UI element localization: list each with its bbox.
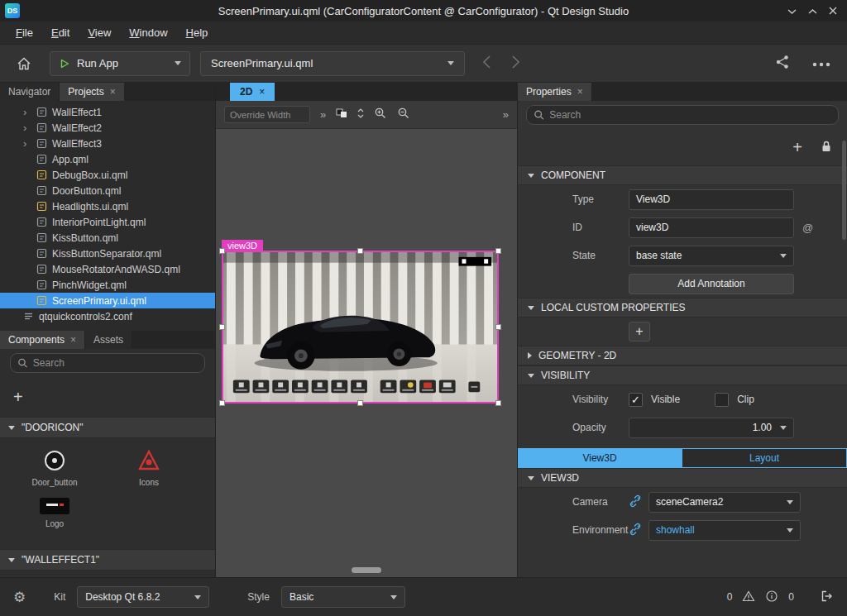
vertical-scrollbar[interactable] (842, 141, 846, 240)
opacity-spinbox[interactable]: 1.00 (629, 418, 794, 438)
info-icon[interactable] (765, 590, 778, 605)
subtab-layout[interactable]: Layout (682, 448, 847, 468)
add-custom-property-button[interactable]: + (629, 322, 650, 341)
tab-properties[interactable]: Properties × (518, 83, 592, 101)
warning-icon[interactable] (742, 590, 755, 605)
selection-handle[interactable] (495, 324, 501, 330)
selection-handle[interactable] (357, 248, 363, 254)
annotation-at-icon[interactable]: @ (802, 222, 813, 234)
zoom-level-stepper[interactable] (357, 108, 364, 121)
section-header-walleffect1[interactable]: "WALLEFFECT1" (0, 549, 215, 571)
section-header-component[interactable]: COMPONENT (518, 165, 847, 185)
menu-edit[interactable]: Edit (44, 23, 77, 42)
more-options-icon[interactable] (812, 58, 830, 69)
components-search-input[interactable] (33, 357, 198, 369)
menu-view[interactable]: View (80, 23, 118, 42)
style-dropdown[interactable]: Basic (281, 586, 405, 608)
close-icon[interactable]: × (577, 86, 583, 98)
tree-item[interactable]: KissButtonSeparator.qml (0, 246, 215, 261)
add-component-button[interactable]: + (13, 389, 23, 405)
section-header-visibility[interactable]: VISIBILITY (518, 365, 847, 385)
camera-dropdown[interactable]: sceneCamera2 (648, 492, 801, 513)
back-button[interactable] (483, 55, 490, 71)
tree-item[interactable]: DoorButton.qml (0, 183, 215, 198)
component-item-door-button[interactable]: Door_button (20, 448, 89, 487)
tree-item[interactable]: ›WallEffect3 (0, 136, 215, 151)
share-icon[interactable] (774, 54, 791, 73)
close-icon[interactable]: × (259, 86, 265, 98)
environment-dropdown[interactable]: showhall (648, 520, 801, 541)
properties-search[interactable] (526, 105, 839, 125)
zoom-in-icon[interactable] (374, 107, 387, 122)
tab-2d[interactable]: 2D × (230, 83, 275, 101)
menu-window[interactable]: Window (122, 23, 175, 42)
tree-item[interactable]: DebugBox.ui.qml (0, 167, 215, 183)
toolbar-overflow-icon[interactable]: » (320, 108, 326, 121)
selection-handle[interactable] (219, 400, 225, 406)
subtab-view3d[interactable]: View3D (518, 448, 682, 468)
selection-handle[interactable] (495, 248, 501, 254)
tree-item[interactable]: KissButton.qml (0, 230, 215, 246)
exit-icon[interactable] (819, 589, 834, 606)
tab-projects[interactable]: Projects × (60, 83, 124, 101)
open-document-dropdown[interactable]: ScreenPrimary.ui.qml (200, 51, 465, 76)
chevron-right-icon (528, 352, 532, 359)
override-width-input[interactable] (224, 106, 310, 123)
tree-item[interactable]: PinchWidget.qml (0, 277, 215, 293)
tree-item-selected[interactable]: ScreenPrimary.ui.qml (0, 293, 215, 308)
view3d-selected-item[interactable]: view3D (222, 251, 499, 404)
tree-item[interactable]: ›WallEffect1 (0, 104, 215, 120)
section-header-geometry-2d[interactable]: GEOMETRY - 2D (518, 346, 847, 365)
binding-link-icon[interactable] (629, 494, 642, 510)
maximize-icon[interactable] (808, 8, 817, 14)
close-icon[interactable] (829, 7, 837, 15)
binding-link-icon[interactable] (629, 523, 642, 538)
tree-item[interactable]: ›WallEffect2 (0, 120, 215, 136)
tab-assets[interactable]: Assets (85, 331, 132, 349)
close-icon[interactable]: × (70, 334, 76, 346)
tree-item[interactable]: MouseRotatorAndWASD.qml (0, 261, 215, 277)
forward-button[interactable] (512, 55, 519, 71)
run-app-button[interactable]: Run App (50, 51, 190, 76)
visible-checkbox[interactable]: ✓ (629, 393, 643, 407)
add-property-button[interactable]: + (792, 139, 802, 155)
home-button[interactable] (10, 51, 38, 76)
lock-icon[interactable] (819, 139, 834, 156)
menu-file[interactable]: File (8, 23, 41, 42)
id-field[interactable]: view3D (629, 217, 794, 238)
tab-components[interactable]: Components × (0, 331, 85, 349)
add-annotation-button[interactable]: Add Annotation (629, 274, 794, 294)
tree-item[interactable]: Headlights.ui.qml (0, 198, 215, 214)
chevron-right-icon[interactable]: › (23, 138, 36, 149)
properties-search-input[interactable] (549, 109, 831, 121)
component-item-icons[interactable]: Icons (114, 448, 184, 487)
tree-item[interactable]: qtquickcontrols2.conf (0, 308, 215, 324)
chevron-right-icon[interactable]: › (23, 107, 36, 117)
close-icon[interactable]: × (110, 86, 116, 98)
toolbar-overflow-icon[interactable]: » (503, 108, 509, 121)
zoom-out-icon[interactable] (397, 107, 410, 122)
component-item-logo[interactable]: Logo (20, 498, 89, 528)
kit-dropdown[interactable]: Desktop Qt 6.8.2 (77, 586, 209, 608)
selection-handle[interactable] (219, 248, 225, 254)
type-field[interactable]: View3D (629, 189, 794, 210)
selection-handle[interactable] (495, 400, 501, 406)
section-header-view3d[interactable]: VIEW3D (518, 468, 847, 488)
horizontal-scrollbar[interactable] (352, 567, 381, 573)
menu-help[interactable]: Help (179, 23, 216, 42)
state-dropdown[interactable]: base state (629, 246, 794, 266)
clip-checkbox[interactable] (715, 393, 729, 407)
section-header-dooricon[interactable]: "DOORICON" (0, 417, 215, 438)
tree-item[interactable]: App.qml (0, 151, 215, 167)
chevron-right-icon[interactable]: › (23, 122, 36, 133)
minimize-icon[interactable] (787, 8, 797, 14)
section-header-local-custom-properties[interactable]: LOCAL CUSTOM PROPERTIES (518, 298, 847, 318)
canvas-mode-icon[interactable] (336, 108, 347, 121)
2d-canvas[interactable]: view3D (216, 129, 517, 577)
selection-handle[interactable] (219, 324, 225, 330)
tree-item[interactable]: InteriorPointLight.qml (0, 214, 215, 230)
tab-navigator[interactable]: Navigator (0, 83, 60, 101)
settings-gear-icon[interactable]: ⚙ (13, 589, 26, 606)
selection-handle[interactable] (357, 400, 363, 406)
components-search[interactable] (10, 353, 205, 373)
